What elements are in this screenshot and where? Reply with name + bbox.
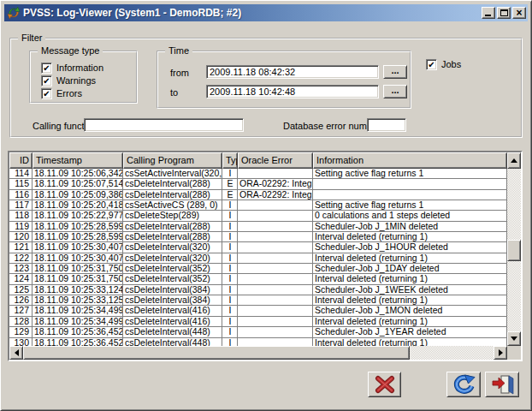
table-cell: 18.11.09 10:25:33,125138000 [33, 295, 123, 306]
table-row[interactable]: 12118.11.09 10:25:30,407053000csDeleteIn… [9, 242, 507, 253]
minimize-button[interactable] [482, 7, 495, 19]
scroll-right-button[interactable] [494, 346, 507, 360]
checkbox-errors-box[interactable]: ✔ [41, 88, 52, 99]
table-cell [238, 169, 313, 179]
maximize-button[interactable] [497, 7, 511, 19]
table-row[interactable]: 12518.11.09 10:25:33,124889000csDeleteIn… [9, 285, 507, 295]
column-header[interactable]: Information [313, 152, 507, 169]
table-cell: ORA-02292: Integritäts- [238, 179, 313, 189]
time-from-browse-button[interactable]: ... [383, 65, 407, 79]
table-cell: Interval deleted (returning 1) [313, 338, 507, 347]
checkbox-jobs-box[interactable]: ✔ [426, 59, 437, 70]
table-row[interactable]: 11918.11.09 10:25:28,599558000csDeleteIn… [9, 222, 507, 232]
message-type-group-label: Message type [38, 45, 103, 57]
minimize-icon [485, 15, 491, 16]
table-row[interactable]: 13018.11.09 10:25:36,452411000csDeleteIn… [9, 338, 507, 347]
table-cell: csDeleteInterval(352) [123, 274, 222, 284]
table-cell [238, 200, 313, 211]
table-cell: Interval deleted (returning 1) [313, 274, 507, 284]
table-row[interactable]: 11618.11.09 10:25:09,386329000csDeleteIn… [9, 190, 507, 200]
table-cell: ORA-02292: Integritäts- [238, 190, 313, 200]
column-header[interactable]: Type [222, 152, 238, 169]
time-from-input[interactable] [206, 65, 379, 79]
scroll-up-button[interactable] [507, 152, 521, 169]
table-cell [313, 179, 507, 189]
title-bar[interactable]: PVSS: Log-Viewer (System1 - DemoRDB; #2)… [4, 4, 528, 21]
vertical-scroll-thumb[interactable] [507, 240, 521, 261]
table-cell: 126 [9, 295, 33, 306]
exit-button[interactable] [485, 372, 519, 397]
checkbox-information[interactable]: ✔ Information [41, 62, 103, 74]
table-cell: I [222, 169, 238, 179]
table-cell: I [222, 253, 238, 264]
table-cell: I [222, 306, 238, 316]
table-row[interactable]: 12218.11.09 10:25:30,407334000csDeleteIn… [9, 253, 507, 264]
time-to-browse-button[interactable]: ... [383, 85, 407, 98]
column-header[interactable]: ID [9, 152, 33, 169]
column-header[interactable]: Calling Program [123, 152, 222, 169]
table-row[interactable]: 12318.11.09 10:25:31,750279000csDeleteIn… [9, 264, 507, 274]
scrollbar-corner [507, 346, 521, 360]
close-button[interactable]: × [512, 7, 526, 19]
scroll-left-button[interactable] [9, 346, 23, 360]
refresh-button[interactable] [446, 372, 481, 397]
time-to-input[interactable] [206, 85, 379, 98]
log-table-body: 11418.11.09 10:25:06,342557000csSetActiv… [9, 169, 507, 346]
horizontal-scrollbar[interactable] [9, 346, 507, 360]
table-cell: 18.11.09 10:25:30,407053000 [33, 242, 123, 253]
window-title: PVSS: Log-Viewer (System1 - DemoRDB; #2) [23, 7, 480, 19]
table-cell: 123 [9, 264, 33, 274]
cancel-button[interactable] [368, 372, 401, 397]
table-cell: csDeleteInterval(320) [123, 242, 222, 253]
table-cell: E [222, 190, 238, 200]
checkbox-jobs-label: Jobs [441, 59, 461, 69]
column-header[interactable]: Timestamp [33, 152, 123, 169]
table-row[interactable]: 11518.11.09 10:25:07,514967000csDeleteIn… [9, 179, 507, 189]
cancel-x-icon [374, 375, 396, 394]
time-group: Time from ... to ... [157, 51, 411, 109]
table-cell: 18.11.09 10:25:34,499885000 [33, 317, 123, 327]
table-cell: 121 [9, 242, 33, 253]
table-row[interactable]: 11418.11.09 10:25:06,342557000csSetActiv… [9, 169, 507, 179]
table-cell [238, 232, 313, 242]
table-row[interactable]: 11718.11.09 10:25:20,418481000csSetActiv… [9, 200, 507, 211]
table-cell: 120 [9, 232, 33, 242]
checkbox-information-box[interactable]: ✔ [41, 63, 52, 74]
database-error-number-input[interactable] [367, 118, 406, 132]
table-cell: 114 [9, 169, 33, 179]
scroll-down-button[interactable] [507, 331, 521, 346]
table-row[interactable]: 12418.11.09 10:25:31,750552000csDeleteIn… [9, 274, 507, 284]
table-row[interactable]: 12618.11.09 10:25:33,125138000csDeleteIn… [9, 295, 507, 306]
table-row[interactable]: 11818.11.09 10:25:22,977085000csDeleteSt… [9, 211, 507, 221]
arrow-down-icon [511, 337, 517, 344]
checkbox-jobs[interactable]: ✔ Jobs [426, 58, 461, 70]
table-cell: 18.11.09 10:25:22,977085000 [33, 211, 123, 221]
table-cell: 130 [9, 338, 33, 347]
table-cell: 18.11.09 10:25:30,407334000 [33, 253, 123, 264]
table-row[interactable]: 12818.11.09 10:25:34,499885000csDeleteIn… [9, 317, 507, 327]
table-cell [238, 285, 313, 295]
table-cell: 124 [9, 274, 33, 284]
vertical-scrollbar[interactable] [507, 152, 521, 346]
table-row[interactable]: 12918.11.09 10:25:36,452214000csDeleteIn… [9, 327, 507, 337]
table-cell: csDeleteInterval(288) [123, 190, 222, 200]
arrow-left-icon [11, 349, 19, 356]
calling-function-input[interactable] [84, 118, 244, 132]
table-cell: 125 [9, 285, 33, 295]
checkbox-warnings-box[interactable]: ✔ [41, 75, 52, 86]
table-row[interactable]: 12018.11.09 10:25:28,599826000csDeleteIn… [9, 232, 507, 242]
checkbox-warnings[interactable]: ✔ Warnings [41, 74, 96, 86]
table-cell: 18.11.09 10:25:07,514967000 [33, 179, 123, 189]
table-cell: Scheduler-Job J_1DAY deleted [313, 264, 507, 274]
message-type-group: Message type ✔ Information ✔ Warnings ✔ … [29, 51, 138, 104]
table-row[interactable]: 12718.11.09 10:25:34,499555000csDeleteIn… [9, 306, 507, 316]
table-cell: Scheduler-Job J_1HOUR deleted [313, 242, 507, 253]
column-header[interactable]: Oracle Error [238, 152, 313, 169]
checkbox-errors[interactable]: ✔ Errors [41, 87, 82, 99]
table-cell: 18.11.09 10:25:36,452214000 [33, 327, 123, 337]
database-error-number-label: Database error number [283, 121, 381, 131]
table-cell: 119 [9, 222, 33, 232]
table-cell: 18.11.09 10:25:28,599826000 [33, 232, 123, 242]
table-cell: csSetActiveCS (289, 0) [123, 200, 222, 211]
horizontal-scroll-thumb[interactable] [23, 346, 410, 360]
